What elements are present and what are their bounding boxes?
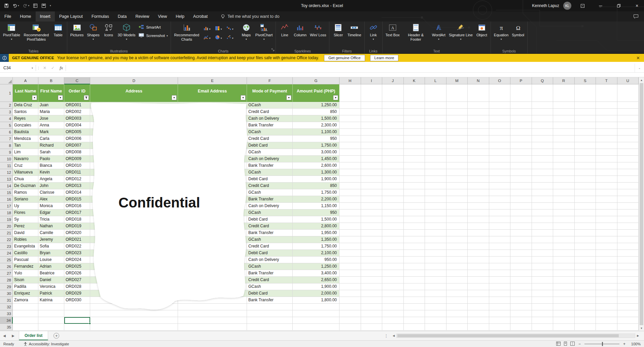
comments-button[interactable]: [633, 14, 639, 19]
screenshot-button[interactable]: Screenshot▾: [138, 33, 168, 39]
text-box-button[interactable]: AText Box: [384, 22, 401, 37]
zoom-slider[interactable]: [584, 344, 619, 344]
chart-scatter-button[interactable]: ▾: [226, 34, 237, 42]
win-loss-button[interactable]: Win/ Loss: [308, 22, 328, 37]
insert-function-icon[interactable]: fx: [57, 65, 66, 71]
accessibility-status[interactable]: Accessibility: Investigate: [24, 342, 69, 346]
recommended-charts-button[interactable]: Recommended Charts: [172, 22, 201, 41]
ribbon-tab-home[interactable]: Home: [15, 11, 35, 22]
undo-dropdown-icon[interactable]: ▾: [18, 4, 19, 7]
scroll-down-icon[interactable]: ▼: [639, 325, 644, 331]
pictures-button[interactable]: Pictures: [69, 22, 85, 37]
ribbon-tab-insert[interactable]: Insert: [36, 11, 55, 22]
customize-qat-button[interactable]: ▾: [50, 4, 51, 7]
icons-button[interactable]: Icons: [101, 22, 116, 37]
pictures-icon: [73, 23, 81, 32]
redo-dropdown-icon[interactable]: ▾: [28, 4, 30, 7]
chart-pie-button[interactable]: ▾: [215, 34, 225, 42]
horizontal-scrollbar[interactable]: ◀ ▶: [391, 331, 641, 340]
ribbon-tab-page-layout[interactable]: Page Layout: [55, 11, 87, 22]
horizontal-scrollbar-thumb[interactable]: [397, 334, 619, 337]
3d-models-button[interactable]: 3D Models▾: [116, 22, 137, 41]
ribbon-tab-acrobat[interactable]: Acrobat: [189, 11, 212, 22]
normal-view-icon[interactable]: [556, 342, 561, 346]
pivotchart-button[interactable]: PivotChart▾: [254, 22, 274, 41]
equation-button[interactable]: πEquation▾: [492, 22, 510, 41]
minimize-button[interactable]: [594, 0, 608, 11]
page-layout-view-icon[interactable]: [563, 342, 568, 346]
chart-column-button[interactable]: ▾: [203, 25, 214, 33]
ribbon-group-label: Text: [383, 49, 491, 53]
vertical-scrollbar-thumb[interactable]: [640, 83, 643, 325]
chevron-down-icon: ▾: [232, 28, 234, 31]
chart-waterfall-button[interactable]: ▾: [226, 25, 237, 33]
ribbon-tab-formulas[interactable]: Formulas: [87, 11, 113, 22]
sheet-tab-order-list[interactable]: Order list: [19, 331, 48, 340]
timeline-button[interactable]: Timeline: [346, 22, 363, 37]
user-name[interactable]: Kenneth Lapuz: [532, 3, 559, 8]
sheet-nav-prev-icon[interactable]: ◀: [0, 334, 9, 338]
name-box-dropdown-icon[interactable]: ▾: [29, 67, 36, 70]
get-genuine-office-button[interactable]: Get genuine Office: [324, 55, 365, 61]
zoom-slider-thumb[interactable]: [602, 342, 603, 346]
close-button[interactable]: ×: [630, 0, 644, 11]
ribbon-display-options-button[interactable]: [575, 0, 589, 11]
shapes-button[interactable]: Shapes▾: [85, 22, 101, 41]
sheet-bar-options-icon[interactable]: ⋮: [384, 334, 388, 338]
ribbon-tab-review[interactable]: Review: [131, 11, 153, 22]
name-box[interactable]: C34: [0, 64, 29, 72]
wordart-button[interactable]: AWordArt▾: [430, 22, 447, 41]
ribbon-tab-view[interactable]: View: [153, 11, 171, 22]
maximize-button[interactable]: [612, 0, 626, 11]
zoom-out-icon[interactable]: −: [578, 342, 581, 346]
ribbon-tab-data[interactable]: Data: [113, 11, 131, 22]
column-button[interactable]: Column: [292, 22, 308, 37]
cancel-entry-icon[interactable]: ✕: [41, 66, 49, 70]
signature-line-button[interactable]: Signature Line▾: [447, 22, 474, 41]
button-label: Icons: [104, 33, 113, 37]
save-button[interactable]: [4, 3, 9, 8]
table-button[interactable]: Table: [51, 22, 66, 37]
tell-me-box[interactable]: Tell me what you want to do: [221, 14, 279, 19]
line-button[interactable]: Line: [277, 22, 292, 37]
redo-button[interactable]: ▾: [23, 3, 30, 8]
link-button[interactable]: Link▾: [366, 22, 381, 41]
symbol-button[interactable]: ΩSymbol: [510, 22, 526, 37]
formula-bar-handle[interactable]: ⋮: [36, 66, 41, 70]
new-sheet-button[interactable]: +: [53, 333, 59, 339]
pivotchart-icon: [260, 23, 269, 32]
horizontal-scrollbar-track[interactable]: [396, 334, 635, 338]
recommended-pivottables-button[interactable]: Recommended PivotTables: [22, 22, 51, 41]
formula-input[interactable]: [66, 64, 635, 72]
pivottable-button[interactable]: PivotTable▾: [1, 22, 22, 41]
smartart-button[interactable]: SmartArt: [138, 24, 168, 30]
confidential-watermark[interactable]: Confidential: [118, 195, 200, 211]
maps-button[interactable]: Maps▾: [239, 22, 254, 41]
chart-line-button[interactable]: ▾: [203, 34, 214, 42]
ribbon-tab-help[interactable]: Help: [171, 11, 189, 22]
confirm-entry-icon[interactable]: ✓: [49, 66, 57, 70]
header-footer-button[interactable]: Header & Footer: [401, 22, 430, 41]
ribbon-tab-file[interactable]: File: [0, 11, 15, 22]
zoom-in-icon[interactable]: +: [623, 342, 625, 346]
notice-close-icon[interactable]: ✕: [636, 55, 640, 61]
scroll-left-icon[interactable]: ◀: [391, 334, 396, 337]
scroll-right-icon[interactable]: ▶: [635, 334, 641, 337]
vertical-scrollbar[interactable]: ▲ ▼: [639, 77, 644, 331]
expand-formula-bar-icon[interactable]: ⌄: [635, 64, 644, 72]
chart-hierarchy-button[interactable]: ▾: [215, 25, 225, 33]
user-avatar[interactable]: KL: [563, 2, 571, 10]
page-break-preview-icon[interactable]: [570, 342, 575, 346]
object-button[interactable]: Object: [474, 22, 489, 37]
learn-more-button[interactable]: Learn more: [370, 55, 399, 61]
dialog-launcher-icon[interactable]: [271, 47, 275, 53]
slicer-button[interactable]: Slicer: [331, 22, 346, 37]
qat-extra-button-2[interactable]: [41, 3, 46, 8]
undo-button[interactable]: ▾: [12, 3, 19, 8]
zoom-level[interactable]: 100%: [629, 342, 641, 346]
fill-handle[interactable]: [89, 322, 91, 324]
confidential-shape[interactable]: [0, 77, 639, 331]
scroll-up-icon[interactable]: ▲: [639, 77, 644, 83]
sheet-nav-next-icon[interactable]: ▶: [9, 334, 17, 338]
qat-extra-button-1[interactable]: [33, 3, 38, 8]
